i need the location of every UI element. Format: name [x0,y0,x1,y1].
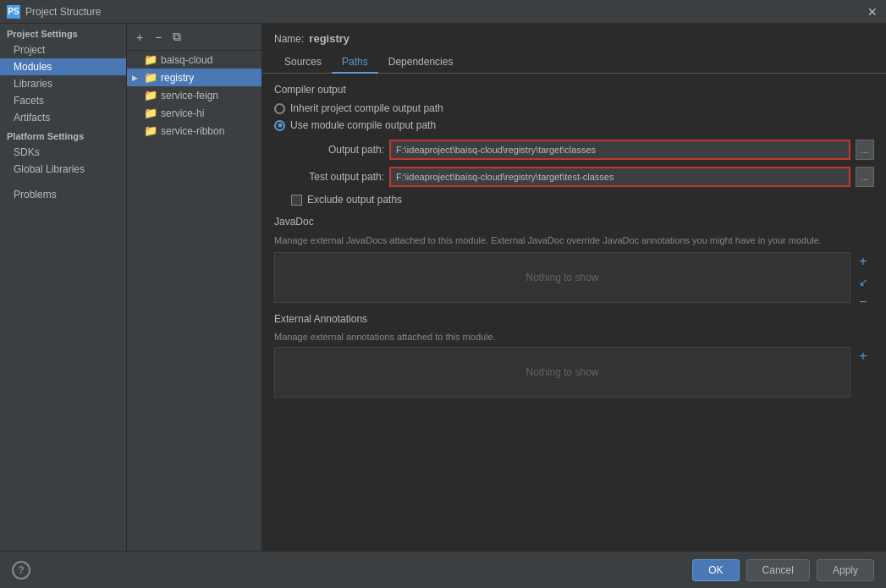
titlebar: PS Project Structure ✕ [0,0,886,24]
tree-item-baisq-cloud[interactable]: 📁 baisq-cloud [127,51,261,69]
radio-inherit[interactable] [274,103,285,114]
tree-item-service-ribbon[interactable]: 📁 service-ribbon [127,122,261,140]
sidebar: Project Settings Project Modules Librari… [0,24,127,551]
javadoc-desc: Manage external JavaDocs attached to thi… [274,234,874,247]
action-buttons: OK Cancel Apply [692,559,874,581]
exclude-checkbox-label: Exclude output paths [307,194,402,206]
main-layout: Project Settings Project Modules Librari… [0,24,886,588]
folder-icon: 📁 [144,124,157,137]
javadoc-empty-text: Nothing to show [526,272,598,283]
platform-settings-header: Platform Settings [0,126,126,144]
test-output-path-browse-button[interactable]: ... [856,167,874,187]
project-settings-header: Project Settings [0,24,126,41]
folder-icon: 📁 [144,89,157,102]
arrow-icon: ▶ [132,74,140,82]
window-title: Project Structure [25,6,101,18]
tab-sources[interactable]: Sources [274,52,332,74]
tree-item-label: service-feign [161,90,218,102]
tree-item-label: registry [161,72,194,84]
sidebar-item-problems[interactable]: Problems [0,184,126,205]
radio-inherit-row[interactable]: Inherit project compile output path [274,102,874,114]
ext-annotations-section: External Annotations Manage external ann… [274,313,874,398]
tabs: Sources Paths Dependencies [262,52,886,74]
output-path-row: Output path: ... [274,140,874,160]
radio-use-row[interactable]: Use module compile output path [274,119,874,131]
app-icon: PS [7,5,20,19]
test-output-path-row: Test output path: ... [274,167,874,187]
apply-button[interactable]: Apply [817,559,874,581]
radio-inherit-label: Inherit project compile output path [290,102,443,114]
ext-annotations-empty-area: Nothing to show [274,347,850,398]
tree-item-service-feign[interactable]: 📁 service-feign [127,86,261,104]
compiler-output-title: Compiler output [274,84,874,96]
main-content: Name: registry Sources Paths Dependencie… [262,24,886,551]
folder-icon: 📁 [144,71,157,84]
ext-annotations-desc: Manage external annotations attached to … [274,332,874,342]
javadoc-remove-button[interactable]: − [854,293,872,311]
tree-toolbar: + − ⧉ [127,24,261,51]
javadoc-add-button[interactable]: + [854,252,872,271]
folder-icon: 📁 [144,53,157,66]
ext-annotations-side-buttons: + [854,347,872,365]
javadoc-add-url-button[interactable]: ↙ [854,272,872,291]
ext-annotations-add-button[interactable]: + [854,347,872,365]
sidebar-item-artifacts[interactable]: Artifacts [0,109,126,126]
javadoc-empty-area: Nothing to show [274,252,850,303]
sidebar-item-libraries[interactable]: Libraries [0,75,126,92]
exclude-checkbox[interactable] [291,195,302,206]
close-button[interactable]: ✕ [866,5,879,19]
tree-add-button[interactable]: + [132,30,147,45]
tree-item-registry[interactable]: ▶ 📁 registry [127,69,261,86]
tree-item-label: baisq-cloud [161,54,212,66]
scroll-content: Compiler output Inherit project compile … [262,74,886,551]
tree-item-label: service-ribbon [161,125,224,137]
sidebar-item-sdks[interactable]: SDKs [0,144,126,161]
ext-annotations-empty-text: Nothing to show [526,366,598,378]
output-path-browse-button[interactable]: ... [856,140,874,160]
output-path-label: Output path: [291,144,384,156]
sidebar-item-project[interactable]: Project [0,41,126,58]
tree-copy-button[interactable]: ⧉ [169,30,184,45]
cancel-button[interactable]: Cancel [746,559,810,581]
javadoc-title: JavaDoc [274,216,874,228]
ext-annotations-title: External Annotations [274,313,874,325]
tab-dependencies[interactable]: Dependencies [378,52,464,74]
tree-item-service-hi[interactable]: 📁 service-hi [127,104,261,122]
test-output-path-input[interactable] [389,167,850,187]
bottom-bar: ? OK Cancel Apply [0,551,886,588]
folder-icon: 📁 [144,107,157,119]
name-label: Name: [274,33,304,45]
sidebar-item-global-libraries[interactable]: Global Libraries [0,161,126,178]
radio-use-label: Use module compile output path [290,119,436,131]
module-tree: + − ⧉ 📁 baisq-cloud ▶ 📁 registry 📁 servi… [127,24,262,551]
ok-button[interactable]: OK [692,559,739,581]
tab-paths[interactable]: Paths [332,52,378,74]
name-row: Name: registry [262,24,886,52]
test-output-path-label: Test output path: [291,171,384,183]
tree-item-label: service-hi [161,107,204,119]
javadoc-side-buttons: + ↙ − [854,252,872,311]
tree-remove-button[interactable]: − [151,30,166,45]
sidebar-item-modules[interactable]: Modules [0,58,126,75]
radio-group: Inherit project compile output path Use … [274,102,874,131]
javadoc-section: JavaDoc Manage external JavaDocs attache… [274,216,874,303]
help-button[interactable]: ? [12,561,30,580]
output-path-input[interactable] [389,140,850,160]
exclude-checkbox-row: Exclude output paths [274,194,874,206]
content-area: Project Settings Project Modules Librari… [0,24,886,551]
radio-use[interactable] [274,120,285,131]
sidebar-item-facets[interactable]: Facets [0,92,126,109]
name-value: registry [309,32,349,45]
